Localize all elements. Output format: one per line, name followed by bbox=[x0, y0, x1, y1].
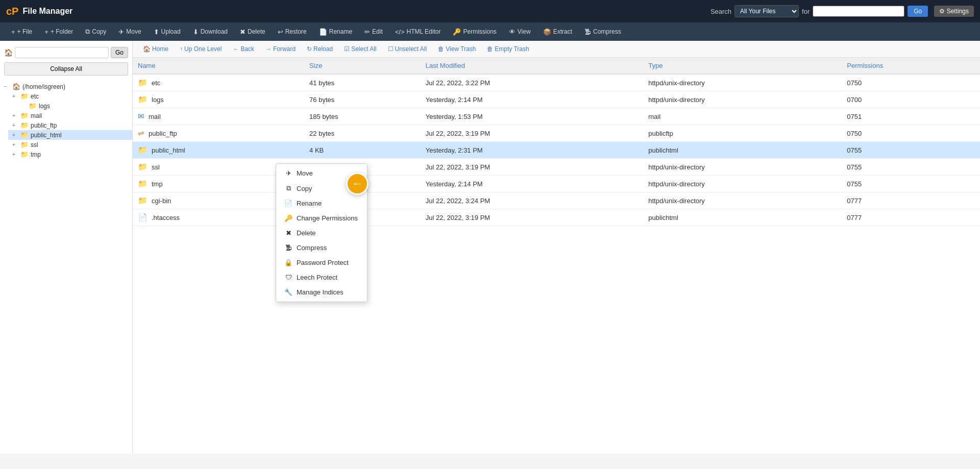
search-go-button[interactable]: Go bbox=[908, 6, 928, 17]
copy-button[interactable]: ⧉ Copy bbox=[80, 26, 111, 38]
file-name-cell[interactable]: ⇌ public_ftp bbox=[133, 125, 304, 141]
expand-icon: + bbox=[12, 113, 18, 118]
context-menu-item-compress[interactable]: 🗜 Compress bbox=[276, 240, 367, 255]
back-arrow-icon: ← bbox=[352, 177, 363, 190]
select-all-button[interactable]: ☑ Select All bbox=[340, 44, 380, 54]
context-menu-label: Rename bbox=[297, 200, 322, 207]
forward-button[interactable]: → Forward bbox=[261, 44, 300, 54]
file-name-cell[interactable]: 📁 public_html bbox=[133, 142, 304, 158]
tree-item-ssl[interactable]: + 📁 ssl bbox=[8, 140, 132, 150]
folder-icon: 📁 bbox=[29, 102, 37, 110]
file-type: httpd/unix-directory bbox=[643, 74, 842, 91]
table-row[interactable]: 📁 logs 76 bytes Yesterday, 2:14 PM httpd… bbox=[133, 91, 980, 108]
file-button[interactable]: + + File bbox=[6, 26, 37, 38]
context-menu-item-rename[interactable]: 📄 Rename bbox=[276, 196, 367, 211]
upload-button[interactable]: ⬆ Upload bbox=[149, 26, 186, 38]
move-button[interactable]: ✈ Move bbox=[113, 26, 146, 38]
context-menu-label: Manage Indices bbox=[297, 288, 344, 296]
reload-button[interactable]: ↻ Reload bbox=[303, 44, 337, 54]
file-size: 76 bytes bbox=[304, 91, 421, 108]
context-menu-label: Leech Protect bbox=[297, 274, 337, 281]
file-name-cell[interactable]: 📁 etc bbox=[133, 75, 304, 91]
rename-button[interactable]: 📄 Rename bbox=[314, 26, 357, 38]
file-name: etc bbox=[152, 79, 160, 87]
back-arrow-button[interactable]: ← bbox=[346, 172, 369, 195]
context-menu-label: Copy bbox=[297, 185, 312, 192]
context-menu-item-manage-indices[interactable]: 🔧 Manage Indices bbox=[276, 285, 367, 300]
search-input[interactable] bbox=[813, 6, 904, 17]
table-row[interactable]: ✉ mail 185 bytes Yesterday, 1:53 PM mail… bbox=[133, 108, 980, 125]
context-menu-icon: ✈ bbox=[284, 169, 292, 177]
tree-item-tmp[interactable]: + 📁 tmp bbox=[8, 150, 132, 159]
view-trash-button[interactable]: 🗑 View Trash bbox=[434, 44, 480, 54]
file-icon: 📁 bbox=[138, 78, 148, 87]
up-one-level-button[interactable]: ↑ Up One Level bbox=[176, 44, 226, 54]
file-modified: Jul 22, 2022, 3:24 PM bbox=[421, 192, 644, 209]
back-icon: ← bbox=[233, 45, 239, 53]
path-input[interactable] bbox=[15, 47, 109, 58]
tree-item-public-html[interactable]: + 📁 public_html bbox=[8, 130, 132, 140]
trash-icon: 🗑 bbox=[438, 45, 444, 53]
upload-icon: ⬆ bbox=[154, 28, 159, 36]
col-modified[interactable]: Last Modified bbox=[421, 58, 644, 74]
edit-icon: ✏ bbox=[364, 28, 370, 36]
context-menu-icon: 📄 bbox=[284, 200, 292, 207]
path-go-button[interactable]: Go bbox=[111, 47, 128, 58]
settings-button[interactable]: ⚙ Settings bbox=[934, 6, 974, 17]
col-size[interactable]: Size bbox=[304, 58, 421, 74]
context-menu-item-delete[interactable]: ✖ Delete bbox=[276, 226, 367, 240]
download-button[interactable]: ⬇ Download bbox=[188, 26, 233, 38]
file-icon: 📁 bbox=[138, 179, 148, 188]
move-icon: ✈ bbox=[118, 28, 124, 36]
main-area: 🏠 Home ↑ Up One Level ← Back → Forward ↻… bbox=[133, 41, 980, 454]
search-scope-select[interactable]: All Your Files Current Directory Home Di… bbox=[734, 5, 799, 17]
content-area: 🏠 Go Collapse All − 🏠 (/home/isgreen) + … bbox=[0, 41, 980, 454]
table-row[interactable]: ⇌ public_ftp 22 bytes Jul 22, 2022, 3:19… bbox=[133, 125, 980, 142]
back-button[interactable]: ← Back bbox=[229, 44, 258, 54]
file-tree: − 🏠 (/home/isgreen) + 📁 etc 📁 logs bbox=[0, 80, 132, 161]
extract-button[interactable]: 📦 Extract bbox=[538, 26, 577, 38]
unselect-all-button[interactable]: ☐ Unselect All bbox=[384, 44, 431, 54]
view-button[interactable]: 👁 View bbox=[504, 26, 536, 38]
file-name-cell[interactable]: 📁 logs bbox=[133, 91, 304, 108]
col-permissions[interactable]: Permissions bbox=[842, 58, 980, 74]
context-menu-item-password-protect[interactable]: 🔒 Password Protect bbox=[276, 255, 367, 270]
tree-item-etc[interactable]: + 📁 etc bbox=[8, 91, 132, 101]
table-row[interactable]: 📁 ssl 77 bytes Jul 22, 2022, 3:19 PM htt… bbox=[133, 159, 980, 176]
col-name[interactable]: Name bbox=[133, 58, 304, 74]
file-type: httpd/unix-directory bbox=[643, 159, 842, 176]
context-menu-item-leech-protect[interactable]: 🛡 Leech Protect bbox=[276, 270, 367, 285]
tree-item-mail[interactable]: + 📁 mail bbox=[8, 111, 132, 120]
file-type: publichtml bbox=[643, 142, 842, 159]
collapse-all-button[interactable]: Collapse All bbox=[4, 62, 128, 76]
html-editor-button[interactable]: </> HTML Editor bbox=[390, 26, 446, 38]
tree-item-logs[interactable]: 📁 logs bbox=[16, 101, 132, 111]
table-row[interactable]: 📄 .htaccess 11 bytes Jul 22, 2022, 3:19 … bbox=[133, 209, 980, 226]
table-row[interactable]: 📁 public_html 4 KB Yesterday, 2:31 PM pu… bbox=[133, 142, 980, 159]
nav-bar: 🏠 Home ↑ Up One Level ← Back → Forward ↻… bbox=[133, 41, 980, 58]
col-type[interactable]: Type bbox=[643, 58, 842, 74]
permissions-button[interactable]: 🔑 Permissions bbox=[448, 26, 501, 38]
tree-root[interactable]: − 🏠 (/home/isgreen) bbox=[0, 82, 132, 91]
tree-children: + 📁 etc 📁 logs + 📁 mail bbox=[0, 91, 132, 159]
file-name-cell[interactable]: ✉ mail bbox=[133, 108, 304, 125]
context-menu-icon: ✖ bbox=[284, 229, 292, 237]
context-menu-label: Move bbox=[297, 169, 313, 177]
file-modified: Jul 22, 2022, 3:19 PM bbox=[421, 159, 644, 176]
context-menu-icon: ⧉ bbox=[284, 184, 292, 192]
table-row[interactable]: 📁 cgi-bin 33 bytes Jul 22, 2022, 3:24 PM… bbox=[133, 192, 980, 209]
table-row[interactable]: 📁 etc 41 bytes Jul 22, 2022, 3:22 PM htt… bbox=[133, 74, 980, 91]
compress-button[interactable]: 🗜 Compress bbox=[579, 26, 626, 38]
empty-trash-button[interactable]: 🗑 Empty Trash bbox=[483, 44, 533, 54]
file-table: Name Size Last Modified Type Permissions… bbox=[133, 58, 980, 226]
context-menu-item-change-permissions[interactable]: 🔑 Change Permissions bbox=[276, 211, 367, 226]
table-row[interactable]: 📁 tmp 154 bytes Yesterday, 2:14 PM httpd… bbox=[133, 176, 980, 192]
edit-button[interactable]: ✏ Edit bbox=[359, 26, 388, 38]
file-name: tmp bbox=[152, 180, 163, 188]
file-icon: 📄 bbox=[138, 213, 148, 222]
folder-button[interactable]: + + Folder bbox=[39, 26, 78, 38]
delete-button[interactable]: ✖ Delete bbox=[235, 26, 271, 38]
restore-button[interactable]: ↩ Restore bbox=[273, 26, 312, 38]
home-button[interactable]: 🏠 Home bbox=[139, 44, 173, 54]
tree-item-public-ftp[interactable]: + 📁 public_ftp bbox=[8, 120, 132, 130]
